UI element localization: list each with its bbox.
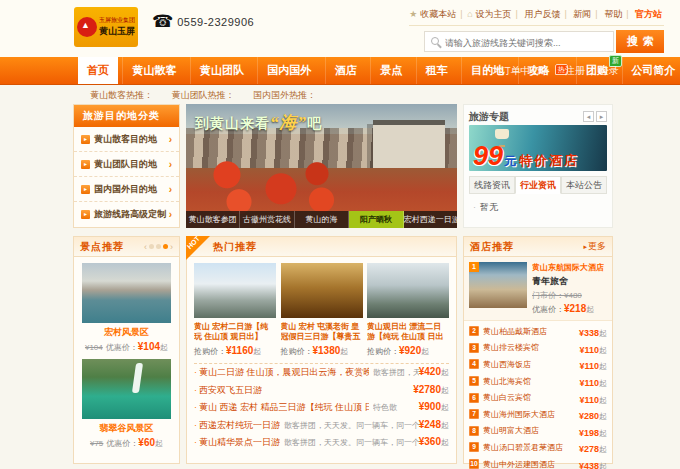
nav-car-rental[interactable]: 租车 (416, 57, 457, 84)
pager-dot[interactable] (156, 244, 161, 249)
tour-list-item[interactable]: · 西递宏村纯玩一日游 散客拼团，天天发。同一辆车，同一个旅程，结识更多 ¥24… (194, 419, 449, 437)
logo-group-name: 玉屏旅业集团 (99, 16, 135, 25)
carousel-tab-4-active[interactable]: 阳产晒秋 (349, 211, 403, 228)
pager-dot[interactable] (149, 244, 154, 249)
tour-card[interactable]: 黄山 宏村二日游【纯玩 住山顶 观日出】 抢购价：¥1160起 (194, 263, 276, 357)
hotel-list-item[interactable]: 7 黄山海州国际大酒店 ¥280起 (469, 406, 607, 423)
hotel-list-item[interactable]: 3 黄山排云楼宾馆 ¥110起 (469, 340, 607, 357)
carousel-headline: 到黄山来看海吧 (195, 111, 322, 134)
tour-photo (281, 263, 363, 318)
carousel-tab-5[interactable]: 宏村西递一日游 (404, 211, 457, 228)
hotel-list-item[interactable]: 2 黄山柏晶戴斯酒店 ¥338起 (469, 323, 607, 340)
nav-huangshan-group[interactable]: 黄山团队 (190, 57, 253, 84)
tour-list-item[interactable]: · 黄山二日游 住山顶，晨观日出云海，夜赏晚霞星光 散客拼团，天天发 ¥420起 (194, 366, 449, 384)
hot-recommendations-panel: HOT 热门推荐 黄山 宏村二日游【纯玩 住山顶 观日出】 抢购价：¥1160起… (186, 236, 457, 464)
news-empty-state: ·暂无 (469, 194, 607, 221)
hotels-panel: 酒店推荐 ▸更多 1 黄山东航国际大酒店 青年旅舍 门市价：¥480 优惠价：¥… (463, 236, 613, 464)
tour-price: ¥360 (419, 436, 441, 447)
divider (194, 363, 449, 364)
sidebar-item-custom-routes[interactable]: ▸ 旅游线路高级定制 › (74, 202, 179, 227)
hotel-list-item[interactable]: 4 黄山西海饭店 ¥110起 (469, 356, 607, 373)
carousel-tab-1[interactable]: 黄山散客参团 (186, 211, 240, 228)
search-button[interactable]: 搜索 (616, 30, 664, 53)
topics-next-button[interactable]: ▸ (596, 111, 607, 122)
feicuigu-photo (82, 359, 171, 419)
tab-industry-news[interactable]: 行业资讯 (515, 176, 561, 194)
hotel-photo: 1 (469, 262, 527, 308)
chevron-right-icon: › (169, 209, 172, 220)
hotels-more-link[interactable]: ▸更多 (583, 240, 606, 253)
hotel-promo-banner[interactable]: 99 元 特价酒店 (469, 125, 607, 171)
rank-badge: 1 (469, 262, 479, 272)
subnav: 黄山散客热推： 黄山团队热推： 国内国外热推： (90, 89, 332, 102)
carousel-tab-2[interactable]: 古徽州赏花线 (240, 211, 294, 228)
logo-site-name: 黄山玉屏国旅 (99, 25, 135, 38)
sidebar-item-domestic-destinations[interactable]: ▸ 国内国外目的地 › (74, 177, 179, 202)
tour-price: ¥920 (399, 345, 421, 356)
attractions-pager: ‹ › (144, 242, 173, 252)
tab-route-news[interactable]: 线路资讯 (469, 176, 515, 194)
nav-home[interactable]: 首页 (78, 57, 118, 84)
link-help[interactable]: 帮助 (604, 9, 622, 19)
link-official-site[interactable]: 官方站 (635, 9, 662, 19)
featured-hotel[interactable]: 1 黄山东航国际大酒店 青年旅舍 门市价：¥480 优惠价：¥218起 (464, 257, 612, 321)
chevron-right-icon: › (169, 134, 172, 145)
travel-topics-title: 旅游专题 (469, 110, 509, 124)
chevron-right-icon: › (169, 159, 172, 170)
tour-card[interactable]: 黄山观日出 漂流二日游【纯玩 住山顶 日出 激 抢购价：¥920起 (367, 263, 449, 357)
tour-list-item[interactable]: · 黄山精华景点一日游 散客拼团，天天发。同一辆车，同一个旅程，结识更多 ¥36… (194, 436, 449, 454)
nav-attractions[interactable]: 景点 (370, 57, 411, 84)
link-feedback[interactable]: 用户反馈 (524, 9, 560, 19)
hotel-list-item[interactable]: 10 黄山中外运建国酒店 ¥438起 (469, 456, 607, 469)
hotel-list-item[interactable]: 5 黄山北海宾馆 ¥110起 (469, 373, 607, 390)
nav-company-profile[interactable]: 公司简介 (622, 57, 680, 84)
sidebar-item-group-destinations[interactable]: ▸ 黄山团队目的地 › (74, 152, 179, 177)
rank-badge: 5 (469, 376, 479, 386)
link-news[interactable]: 新闻 (573, 9, 591, 19)
rank-badge: 2 (469, 327, 479, 337)
login-link[interactable]: 登录 (599, 65, 619, 76)
subnav-fit-hot[interactable]: 黄山散客热推： (90, 90, 153, 100)
tab-site-notices[interactable]: 本站公告 (561, 176, 607, 194)
nav-domestic-overseas[interactable]: 国内国外 (257, 57, 320, 84)
link-favorite[interactable]: 收藏本站 (420, 9, 456, 19)
orders-menu[interactable]: 订单中心▼ (501, 65, 551, 76)
chevron-down-icon: ▼ (543, 67, 551, 76)
lamp-icon (495, 129, 509, 139)
pager-dot-active[interactable] (163, 244, 168, 249)
play-icon: ▸ (81, 160, 90, 169)
pager-prev-icon[interactable]: ‹ (144, 242, 147, 252)
carousel-tab-3[interactable]: 黄山的海 (295, 211, 349, 228)
original-price: ¥104 (85, 343, 103, 352)
tour-list-item[interactable]: · 西安双飞五日游 ¥2780起 (194, 384, 449, 402)
tour-list-item[interactable]: · 黄山 西递 宏村 精品三日游【纯玩 住山顶 日出 特色酒店】 特色散 ¥90… (194, 401, 449, 419)
hotel-price: ¥438 (579, 461, 599, 469)
phone-icon: ☎ (152, 11, 173, 32)
carousel-banner[interactable]: 到黄山来看海吧 黄山散客参团 古徽州赏花线 黄山的海 阳产晒秋 宏村西递一日游 (186, 104, 457, 228)
hotel-price: ¥278 (579, 444, 599, 454)
topics-prev-button[interactable]: ◂ (583, 111, 594, 122)
hotel-list-item[interactable]: 9 黄山汤口碧景君莱酒店 ¥278起 (469, 439, 607, 456)
hotel-list-item[interactable]: 6 黄山白云宾馆 ¥110起 (469, 389, 607, 406)
nav-hotels[interactable]: 酒店 (325, 57, 366, 84)
tour-card[interactable]: 黄山 宏村 屯溪老街 皇冠假日三日游【尊贵五星 抢购价：¥1380起 (281, 263, 363, 357)
subnav-group-hot[interactable]: 黄山团队热推： (172, 90, 235, 100)
rank-badge: 4 (469, 360, 479, 370)
link-set-homepage[interactable]: 设为主页 (476, 9, 512, 19)
attraction-card-hongcun[interactable]: 宏村风景区 ¥104优惠价：¥104起 (74, 257, 179, 353)
nav-account-area: 订单中心▼ 注册 | 登录 (498, 57, 622, 85)
nav-huangshan-fit[interactable]: 黄山散客 (122, 57, 185, 84)
rank-badge: 8 (469, 426, 479, 436)
search-input[interactable] (425, 34, 613, 53)
top-header: 玉屏旅业集团 黄山玉屏国旅 ☎ 0559-2329906 ★收藏本站| ⌂设为主… (0, 0, 680, 57)
home-icon: ⌂ (467, 9, 472, 19)
subnav-domestic-hot[interactable]: 国内国外热推： (253, 90, 316, 100)
hotel-list-item[interactable]: 8 黄山明富大酒店 ¥198起 (469, 423, 607, 440)
sidebar-item-fit-destinations[interactable]: ▸ 黄山散客目的地 › (74, 127, 179, 152)
site-logo[interactable]: 玉屏旅业集团 黄山玉屏国旅 (74, 7, 138, 47)
rank-badge: 9 (469, 443, 479, 453)
register-link[interactable]: 注册 (565, 65, 585, 76)
chevron-right-icon: › (169, 184, 172, 195)
pager-next-icon[interactable]: › (170, 242, 173, 252)
attraction-card-feicuigu[interactable]: 翡翠谷风景区 ¥75优惠价：¥60起 (74, 353, 179, 449)
